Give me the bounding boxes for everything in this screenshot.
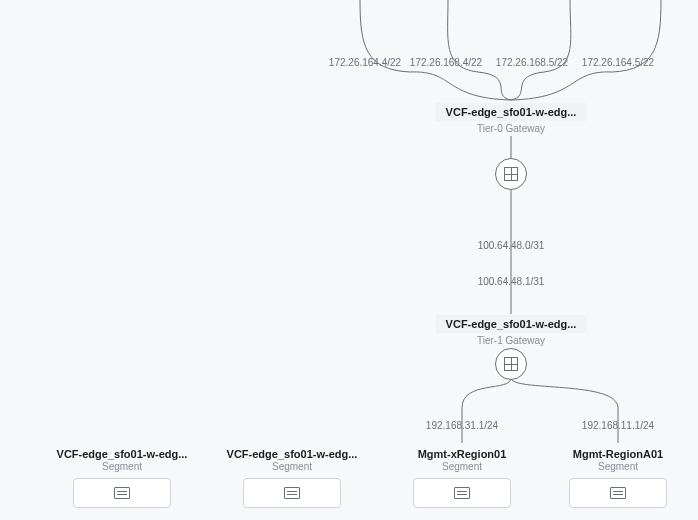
tier0-gateway-node[interactable]: VCF-edge_sfo01-w-edg... Tier-0 Gateway (436, 102, 587, 134)
tier1-gateway-node[interactable]: VCF-edge_sfo01-w-edg... Tier-1 Gateway (436, 314, 587, 346)
segment-icon (284, 487, 300, 499)
segment-title: VCF-edge_sfo01-w-edg... (47, 448, 197, 460)
segment-card[interactable] (73, 478, 171, 508)
segment-ip-1: 192.168.11.1/24 (582, 420, 654, 431)
tier1-subtitle: Tier-1 Gateway (436, 335, 587, 346)
segment-card[interactable] (413, 478, 511, 508)
tier0-gateway-icon[interactable] (495, 158, 527, 190)
uplink-ip-1: 172.26.168.4/22 (410, 52, 482, 70)
tier0-subtitle: Tier-0 Gateway (436, 123, 587, 134)
segment-subtitle: Segment (47, 461, 197, 472)
link-ip-bottom: 100.64.48.1/31 (478, 276, 545, 287)
segment-card[interactable] (243, 478, 341, 508)
segment-ip-0: 192.168.31.1/24 (426, 420, 498, 431)
segment-title: Mgmt-xRegion01 (387, 448, 537, 460)
uplink-ip-3: 172.26.164.5/22 (582, 52, 654, 70)
router-icon (504, 357, 518, 371)
segment-node-detached-1[interactable]: VCF-edge_sfo01-w-edg... Segment (217, 448, 367, 508)
segment-card[interactable] (569, 478, 667, 508)
uplink-ip-0: 172.26.164.4/22 (329, 52, 401, 70)
segment-node-mgmt-xregion01[interactable]: Mgmt-xRegion01 Segment (387, 448, 537, 508)
segment-node-detached-0[interactable]: VCF-edge_sfo01-w-edg... Segment (47, 448, 197, 508)
topology-lines (0, 0, 698, 520)
tier1-title: VCF-edge_sfo01-w-edg... (436, 315, 587, 333)
uplink-ip-2: 172.26.168.5/22 (496, 52, 568, 70)
tier1-gateway-icon[interactable] (495, 348, 527, 380)
segment-title: VCF-edge_sfo01-w-edg... (217, 448, 367, 460)
segment-title: Mgmt-RegionA01 (543, 448, 693, 460)
segment-icon (454, 487, 470, 499)
tier0-title: VCF-edge_sfo01-w-edg... (436, 103, 587, 121)
segment-subtitle: Segment (543, 461, 693, 472)
segment-icon (114, 487, 130, 499)
segment-node-mgmt-regiona01[interactable]: Mgmt-RegionA01 Segment (543, 448, 693, 508)
segment-subtitle: Segment (387, 461, 537, 472)
router-icon (504, 167, 518, 181)
segment-icon (610, 487, 626, 499)
segment-subtitle: Segment (217, 461, 367, 472)
link-ip-top: 100.64.48.0/31 (478, 240, 545, 251)
